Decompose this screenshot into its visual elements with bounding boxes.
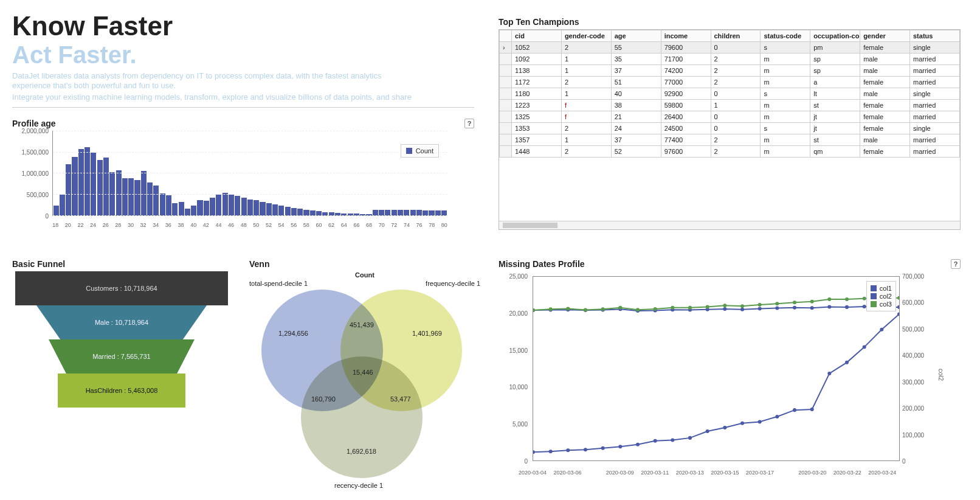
- table-cell[interactable]: m: [761, 146, 810, 158]
- profile-age-bar[interactable]: [179, 202, 184, 215]
- table-cell[interactable]: 1325: [512, 111, 562, 123]
- table-cell[interactable]: married: [910, 111, 960, 123]
- profile-age-bar[interactable]: [247, 200, 253, 215]
- table-row-handle[interactable]: [500, 65, 512, 77]
- profile-age-bar[interactable]: [278, 206, 284, 215]
- table-cell[interactable]: 37: [611, 65, 661, 77]
- profile-age-bar[interactable]: [229, 195, 234, 215]
- profile-age-bar[interactable]: [85, 147, 90, 215]
- line-point[interactable]: [775, 302, 779, 305]
- line-point[interactable]: [793, 408, 796, 412]
- profile-age-bar[interactable]: [185, 209, 190, 215]
- profile-age-bar[interactable]: [441, 210, 447, 215]
- table-cell[interactable]: 51: [611, 77, 661, 88]
- table-cell[interactable]: jt: [810, 123, 860, 134]
- profile-age-bar[interactable]: [373, 210, 378, 215]
- profile-age-bar[interactable]: [235, 196, 240, 215]
- line-point[interactable]: [549, 450, 553, 453]
- profile-age-help-button[interactable]: ?: [464, 119, 474, 128]
- table-cell[interactable]: 1353: [512, 123, 562, 134]
- profile-age-bar[interactable]: [166, 195, 171, 215]
- table-cell[interactable]: female: [860, 42, 910, 54]
- line-point[interactable]: [897, 296, 899, 300]
- table-cell[interactable]: 24500: [661, 123, 711, 134]
- missing-dates-chart[interactable]: col1 col2 col3 col2 05,00010,00015,00020…: [499, 271, 948, 478]
- table-horizontal-scrollbar[interactable]: [499, 221, 960, 229]
- line-point[interactable]: [793, 300, 796, 304]
- table-cell[interactable]: 1448: [512, 146, 562, 158]
- table-cell[interactable]: a: [810, 77, 860, 88]
- table-cell[interactable]: 0: [711, 123, 761, 134]
- table-cell[interactable]: 97600: [661, 146, 711, 158]
- line-point[interactable]: [793, 306, 796, 310]
- line-point[interactable]: [636, 308, 640, 311]
- profile-age-bar[interactable]: [160, 193, 165, 215]
- table-cell[interactable]: 1: [561, 88, 611, 100]
- top-ten-table[interactable]: cidgender-codeageincomechildrenstatus-co…: [499, 29, 961, 230]
- line-point[interactable]: [775, 415, 779, 418]
- table-cell[interactable]: s: [761, 42, 810, 54]
- table-cell[interactable]: female: [860, 123, 910, 134]
- table-header-cell[interactable]: income: [661, 30, 711, 42]
- profile-age-bar[interactable]: [410, 210, 416, 215]
- table-cell[interactable]: 21: [611, 111, 661, 123]
- profile-age-bar[interactable]: [153, 186, 159, 215]
- line-point[interactable]: [723, 304, 726, 307]
- line-point[interactable]: [827, 297, 831, 301]
- line-point[interactable]: [880, 328, 883, 332]
- profile-age-bar[interactable]: [66, 164, 71, 215]
- line-point[interactable]: [566, 448, 570, 452]
- line-point[interactable]: [827, 305, 831, 308]
- profile-age-bar[interactable]: [53, 206, 59, 215]
- table-cell[interactable]: jt: [810, 111, 860, 123]
- profile-age-bar[interactable]: [254, 200, 259, 215]
- table-cell[interactable]: 2: [561, 123, 611, 134]
- profile-age-bar[interactable]: [134, 180, 140, 215]
- profile-age-bar[interactable]: [260, 202, 265, 215]
- profile-age-bar[interactable]: [72, 157, 77, 215]
- table-cell[interactable]: 1357: [512, 134, 562, 146]
- table-cell[interactable]: s: [761, 88, 810, 100]
- table-header-cell[interactable]: children: [711, 30, 761, 42]
- table-cell[interactable]: 1: [561, 54, 611, 65]
- table-cell[interactable]: male: [860, 54, 910, 65]
- table-header-cell[interactable]: status-code: [761, 30, 810, 42]
- line-point[interactable]: [827, 372, 831, 375]
- table-cell[interactable]: female: [860, 111, 910, 123]
- table-row[interactable]: 1223f38598001mstfemalemarried: [500, 100, 960, 111]
- funnel-stage-male[interactable]: Male : 10,718,964: [36, 305, 207, 339]
- table-cell[interactable]: s: [761, 123, 810, 134]
- table-cell[interactable]: f: [561, 111, 611, 123]
- table-cell[interactable]: 38: [611, 100, 661, 111]
- profile-age-bar[interactable]: [241, 198, 247, 215]
- table-cell[interactable]: 1223: [512, 100, 562, 111]
- venn-chart[interactable]: Count total-spend-decile 1 frequency-dec…: [249, 271, 480, 490]
- table-cell[interactable]: 2: [711, 146, 761, 158]
- table-row-handle[interactable]: [500, 123, 512, 134]
- profile-age-bar[interactable]: [122, 178, 128, 215]
- table-cell[interactable]: f: [561, 100, 611, 111]
- table-row-handle[interactable]: [500, 88, 512, 100]
- profile-age-bar[interactable]: [310, 210, 316, 215]
- table-header-cell[interactable]: cid: [512, 30, 562, 42]
- table-cell[interactable]: 2: [561, 146, 611, 158]
- profile-age-bar[interactable]: [416, 210, 422, 215]
- table-cell[interactable]: m: [761, 54, 810, 65]
- table-cell[interactable]: 2: [711, 77, 761, 88]
- line-point[interactable]: [654, 307, 657, 311]
- table-row[interactable]: 1448252976002mqmfemalemarried: [500, 146, 960, 158]
- table-row-handle[interactable]: ›: [500, 42, 512, 54]
- table-cell[interactable]: 0: [711, 88, 761, 100]
- profile-age-bar[interactable]: [60, 195, 65, 215]
- profile-age-bar[interactable]: [297, 209, 303, 215]
- line-point[interactable]: [758, 307, 762, 310]
- table-cell[interactable]: married: [910, 146, 960, 158]
- table-row-handle[interactable]: [500, 134, 512, 146]
- table-cell[interactable]: 35: [611, 54, 661, 65]
- line-point[interactable]: [688, 306, 692, 310]
- profile-age-bar[interactable]: [204, 201, 209, 215]
- line-point[interactable]: [758, 420, 762, 423]
- line-series-col3[interactable]: [533, 298, 899, 310]
- missing-dates-help-button[interactable]: ?: [951, 259, 961, 269]
- table-cell[interactable]: 77400: [661, 134, 711, 146]
